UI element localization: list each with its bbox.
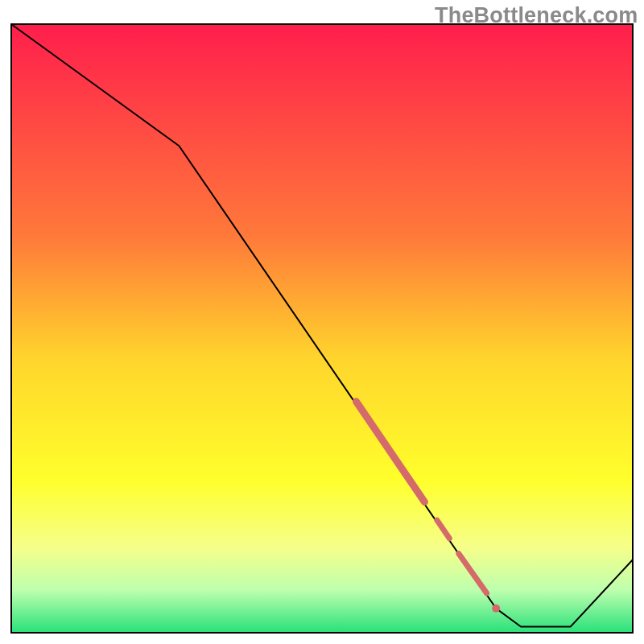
bottleneck-chart bbox=[0, 0, 644, 644]
highlight-dot-0 bbox=[492, 605, 500, 613]
watermark-text: TheBottleneck.com bbox=[435, 3, 638, 28]
chart-stage: TheBottleneck.com bbox=[0, 0, 644, 644]
plot-background bbox=[11, 24, 633, 633]
